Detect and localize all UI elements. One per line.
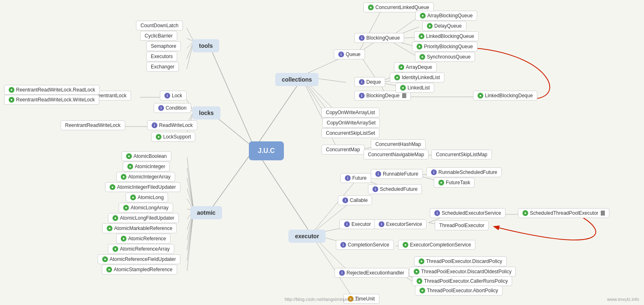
node-future: iFuture xyxy=(340,173,371,183)
node-executorcompletionservice: ●ExecutorCompletionService xyxy=(398,240,475,250)
node-exchanger: Exchanger xyxy=(146,62,179,72)
svg-line-2 xyxy=(210,148,255,210)
svg-line-18 xyxy=(187,157,194,210)
node-delayqueue: ●DelayQueue xyxy=(422,21,466,31)
group-locks: locks xyxy=(192,106,220,120)
node-completionservice: iCompletionService xyxy=(336,240,394,250)
node-atomicinteger: ●AtomicInteger xyxy=(123,162,170,171)
node-atomicintegerfiledupdater: ●AtomicIntegerFiledUpdater xyxy=(105,182,180,192)
node-callerrunspolicy: ●ThreadPoolExecutor.CallerRunsPolicy xyxy=(412,276,512,286)
svg-line-4 xyxy=(255,148,311,234)
node-linkedblockingdeque: ●LinkedBlockingDeque xyxy=(473,91,537,101)
node-lock: iLock xyxy=(160,91,187,101)
node-linkedlist: ●LinkedList xyxy=(396,83,434,93)
node-priorityblockingqueue: ●PriorityBlockingQueue xyxy=(412,42,478,52)
node-atomicmarkablereference: ●AtomicMarkableReference xyxy=(102,223,177,233)
node-deque: iDeque xyxy=(354,77,385,87)
node-scheduledthreadpoolexecutor: ●ScheduledThreadPoolExecutor xyxy=(518,208,609,218)
group-tools: tools xyxy=(192,39,219,52)
group-collections: collections xyxy=(275,73,318,86)
node-arraydeque: ●ArrayDeque xyxy=(394,62,437,72)
node-arrayblockingqueue: ●ArrayBlockingQueue xyxy=(415,11,477,21)
node-atomiclongarray: ●AtomicLongArray xyxy=(119,203,173,213)
svg-line-0 xyxy=(210,47,255,148)
svg-line-29 xyxy=(187,210,194,271)
svg-line-20 xyxy=(187,178,194,210)
node-concurrentnavigablemap: ConcurrentNavigableMap xyxy=(363,150,429,160)
svg-line-5 xyxy=(187,28,194,41)
node-atomicreferencearray: ●AtomicReferenceArray xyxy=(108,244,174,254)
node-discardoldestpolicy: ●ThreadPoolExecutor.DiscardOldestPolicy xyxy=(409,267,516,277)
node-threadpoolexecutor: ThreadPoolExecutor xyxy=(435,221,489,230)
svg-line-36 xyxy=(358,8,382,53)
node-executors: Executors xyxy=(146,52,177,61)
center-node: J.U.C xyxy=(249,141,284,160)
node-runnablefuture: iRunnableFuture xyxy=(371,169,423,179)
node-atomiclongfiledupdater: ●AtomicLongFiledUpdater xyxy=(108,213,179,223)
node-copyonwritearrayset: CopyOnWriteArraySet xyxy=(322,118,380,128)
node-atomicreferencefieldupdater: ●AtomicReferenceFieldUpdater xyxy=(98,254,180,264)
node-atomiclong: ●AtomicLong xyxy=(126,192,168,202)
node-blockingqueue: iBlockingQueue xyxy=(354,33,404,43)
node-executor: iExecutor xyxy=(340,219,375,229)
center-label: J.U.C xyxy=(258,147,275,154)
node-atomicintegerarray: ●AtomicIntegerArray xyxy=(116,172,175,182)
node-copyonwritearraylist: CopyOnWriteArrayList xyxy=(321,108,379,117)
node-atomicboolean: ●AtomicBoolean xyxy=(122,151,171,161)
node-scheduledexecutorservice: iScheduledExecutorService xyxy=(430,208,506,218)
node-atomicreference: ●AtomicReference xyxy=(116,234,171,244)
svg-line-3 xyxy=(255,80,301,148)
node-readlock: ●ReentrantReadWriteLock.ReadLock xyxy=(4,85,100,95)
node-synchronousqueue: ●SynchronousQueue xyxy=(415,52,475,62)
node-runnablescheduledfuture: iRunnableScheduledFuture xyxy=(426,167,502,177)
node-rejectedexecutionhandler: iRejectedExecutionhandler xyxy=(335,268,409,278)
node-atomicstampledreference: ●AtomicStampledReference xyxy=(102,265,177,274)
node-cyclicbarrier: CyclicBarrier xyxy=(140,31,177,41)
node-concurrentmap: ConcurrentMap xyxy=(321,145,365,155)
node-scheduledfuture: iScheduledFuture xyxy=(368,184,422,194)
node-abortpolicy: ●ThreadPoolExecutor.AbortPolicy xyxy=(415,286,503,296)
group-executor: executor xyxy=(288,230,326,243)
watermark1: www.imxylz.info xyxy=(607,297,639,302)
node-concurrentskiplistset: ConcurrentSkipListSet xyxy=(321,128,379,138)
node-concurrenthashmap: ConcurrentHashMap xyxy=(371,139,426,149)
node-callable: iCallable xyxy=(338,195,372,205)
node-locksupport: ●LockSupport xyxy=(151,132,195,142)
node-reentrantreadwritelock: ReentrantReadWriteLock xyxy=(61,120,125,130)
node-concurrentskiplistmap: ConcurrentSkipListMap xyxy=(431,150,492,160)
svg-line-19 xyxy=(187,168,194,210)
node-condition: iCondition xyxy=(154,103,191,113)
node-readwritelock: iReadWriteLock xyxy=(147,120,197,130)
watermark2: http://blog.csdn.net/tangximinjava123 xyxy=(285,297,360,302)
node-semaphore: Semaphore xyxy=(146,41,181,51)
node-identitylinkedlist: ●IdentityLinkedList xyxy=(390,73,445,82)
group-aotmic: aotmic xyxy=(190,206,222,219)
node-countdownlatch: CountDownLatch xyxy=(136,21,183,30)
node-writelock: ●ReentrantReadWriteLock.WriteLock xyxy=(4,95,99,105)
node-linkedblockingqueue: ●LinkedBlockingQueue xyxy=(414,31,479,41)
node-executorservice: iExecutorService xyxy=(374,219,426,229)
node-futuretask: ●FutureTask xyxy=(434,178,475,188)
node-queue: iQueue xyxy=(334,49,365,59)
node-discardpolicy: ●ThreadPoolExecutor.DiscardPolicy xyxy=(414,256,507,266)
